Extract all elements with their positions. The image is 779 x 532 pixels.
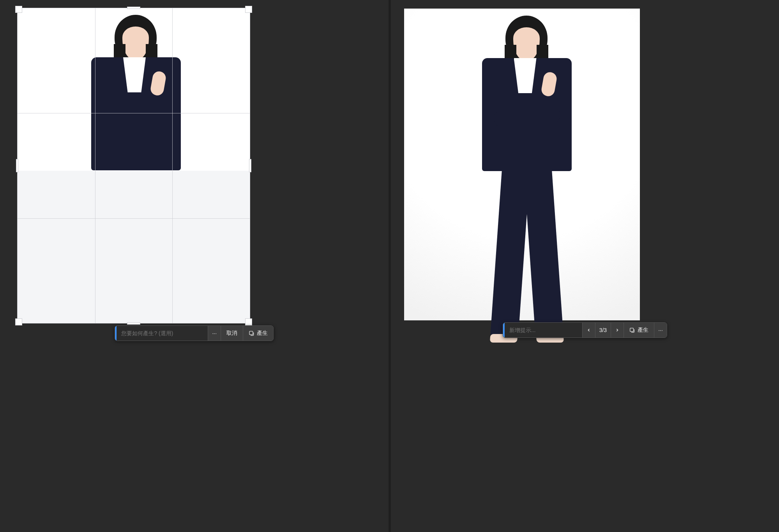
grid-line <box>18 113 250 113</box>
subject-head <box>505 16 548 60</box>
crop-handle-top[interactable] <box>127 7 140 9</box>
prompt-input[interactable] <box>505 323 582 338</box>
generate-label: 產生 <box>257 330 268 337</box>
crop-handle-bottom[interactable] <box>127 322 140 325</box>
left-pane: ··· 取消 產生 <box>0 0 389 532</box>
grid-line <box>18 218 250 219</box>
crop-handle-br[interactable] <box>245 318 252 325</box>
next-variation-button[interactable] <box>611 323 624 338</box>
svg-rect-0 <box>249 331 253 334</box>
left-canvas[interactable] <box>17 8 250 323</box>
grid-line <box>172 8 173 323</box>
grid-line <box>95 8 95 323</box>
crop-handle-tr[interactable] <box>245 6 252 13</box>
right-pane: 3/3 產生 ··· <box>391 0 779 532</box>
crop-handle-tl[interactable] <box>15 6 22 13</box>
crop-handle-left[interactable] <box>16 159 18 172</box>
cancel-label: 取消 <box>226 330 237 337</box>
variation-counter: 3/3 <box>595 323 611 338</box>
more-icon: ··· <box>658 327 663 333</box>
prompt-input[interactable] <box>117 326 208 341</box>
chevron-left-icon <box>586 328 591 332</box>
crop-frame[interactable] <box>17 8 250 323</box>
counter-text: 3/3 <box>599 327 607 333</box>
variation-toolbar: 3/3 產生 ··· <box>503 322 667 338</box>
generate-button[interactable]: 產生 <box>243 326 273 341</box>
subject-torso <box>482 58 572 171</box>
cancel-button[interactable]: 取消 <box>221 326 243 341</box>
crop-handle-right[interactable] <box>249 159 251 172</box>
generative-fill-toolbar: ··· 取消 產生 <box>115 325 274 341</box>
chevron-right-icon <box>615 328 620 332</box>
right-canvas[interactable] <box>404 9 640 320</box>
svg-rect-1 <box>630 328 634 331</box>
generate-label: 產生 <box>638 327 648 334</box>
crop-handle-bl[interactable] <box>15 318 22 325</box>
more-icon: ··· <box>212 330 217 336</box>
subject-image-result <box>505 16 572 171</box>
generate-fill-icon <box>629 327 635 333</box>
subject-legs <box>482 171 572 339</box>
generate-button[interactable]: 產生 <box>624 323 654 338</box>
generate-fill-icon <box>249 331 254 336</box>
prev-variation-button[interactable] <box>582 323 595 338</box>
more-button[interactable]: ··· <box>654 323 667 338</box>
more-button[interactable]: ··· <box>208 326 221 341</box>
